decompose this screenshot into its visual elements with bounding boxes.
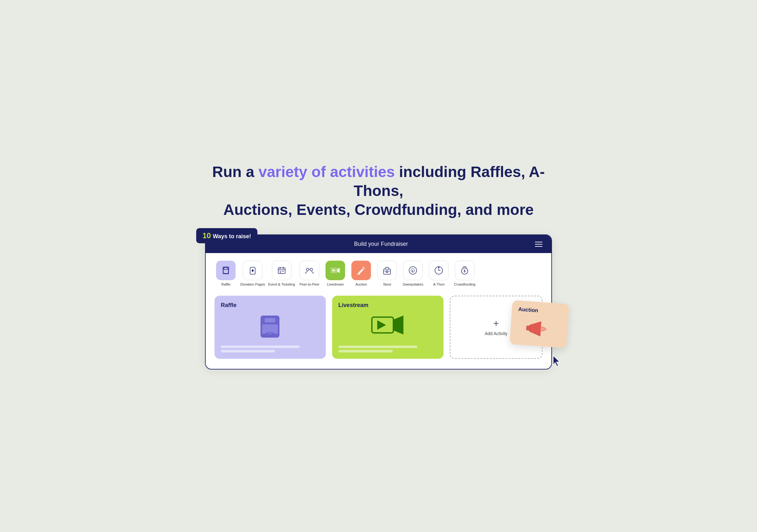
store-icon-box	[377, 261, 397, 280]
livestream-card-title: Livestream	[339, 302, 437, 309]
floating-auction-icon-area	[516, 316, 562, 341]
raffle-card-icon	[256, 312, 284, 341]
svg-rect-14	[383, 269, 390, 274]
svg-point-21	[438, 266, 439, 268]
svg-rect-26	[265, 318, 275, 323]
raffle-icon	[221, 266, 231, 275]
activity-item-sweepstakes[interactable]: $ Sweepstakes	[402, 261, 424, 287]
event-label: Event & Ticketing	[268, 282, 295, 287]
headline-line2: Auctions, Events, Crowdfunding, and more	[223, 201, 534, 218]
headline-highlight: variety of activities	[258, 164, 395, 180]
auction-label: Auction	[355, 282, 367, 287]
cursor-arrow	[552, 355, 561, 368]
activity-item-donation[interactable]: Donation Pages	[240, 261, 265, 287]
svg-marker-29	[377, 320, 386, 330]
floating-auction-title: Auction	[518, 306, 562, 316]
svg-text:$: $	[464, 269, 466, 273]
svg-point-7	[310, 268, 313, 271]
athon-label: A-Thon	[433, 282, 444, 287]
livestream-label: Livestream	[327, 282, 344, 287]
activity-item-auction[interactable]: Auction	[350, 261, 373, 287]
sweepstakes-label: Sweepstakes	[403, 282, 423, 287]
athon-icon-box	[429, 261, 448, 280]
crowdfunding-icon-box: $	[455, 261, 474, 280]
raffle-card[interactable]: Raffle	[215, 296, 326, 359]
cards-area: Raffle	[215, 296, 542, 359]
store-label: Store	[383, 282, 391, 287]
peer-label: Peer-to-Peer	[300, 282, 319, 287]
peer-icon	[304, 266, 315, 275]
raffle-card-lines	[221, 346, 319, 353]
badge-text: Ways to raise!	[213, 233, 251, 239]
headline-section: Run a variety of activities including Ra…	[205, 163, 552, 219]
activity-item-athon[interactable]: A-Thon	[427, 261, 450, 287]
event-icon-box	[272, 261, 291, 280]
raffle-card-icon-area	[221, 312, 319, 341]
svg-rect-2	[224, 268, 227, 269]
donation-icon-box	[243, 261, 262, 280]
activity-item-crowdfunding[interactable]: $ Crowdfunding	[453, 261, 476, 287]
page-container: Run a variety of activities including Ra…	[205, 163, 552, 369]
activity-item-event[interactable]: Event & Ticketing	[268, 261, 295, 287]
hamburger-menu[interactable]	[535, 242, 542, 247]
auction-icon	[356, 266, 366, 275]
donation-icon	[248, 266, 258, 275]
svg-rect-30	[527, 326, 530, 330]
sweepstakes-icon-box: $	[403, 261, 423, 280]
app-header: Build your Fundraiser	[206, 235, 551, 253]
event-icon	[277, 266, 287, 275]
crowdfunding-label: Crowdfunding	[454, 282, 475, 287]
card-line-1	[221, 346, 300, 348]
app-window: 10Ways to raise! Build your Fundraiser	[205, 235, 552, 369]
raffle-label: Raffle	[222, 282, 230, 287]
svg-rect-12	[362, 266, 365, 269]
badge-number: 10	[202, 231, 211, 240]
card-line-4	[339, 350, 393, 353]
add-activity-label: Add Activity	[485, 331, 507, 336]
donation-label: Donation Pages	[240, 282, 265, 287]
card-line-3	[339, 346, 417, 348]
card-line-2	[221, 350, 275, 353]
peer-icon-box	[300, 261, 319, 280]
activity-item-store[interactable]: Store	[376, 261, 398, 287]
app-title: Build your Fundraiser	[227, 241, 535, 247]
ways-to-raise-badge: 10Ways to raise!	[196, 228, 257, 243]
auction-card-icon	[524, 317, 554, 341]
activity-item-livestream[interactable]: Livestream	[324, 261, 347, 287]
livestream-card-icon-area	[339, 312, 437, 341]
activity-icons-row: Raffle Donation Pages	[215, 261, 542, 287]
livestream-card[interactable]: Livestream	[332, 296, 443, 359]
raffle-icon-box	[216, 261, 236, 280]
livestream-icon	[330, 266, 340, 275]
headline-normal: Run a	[212, 164, 258, 180]
livestream-card-lines	[339, 346, 437, 353]
store-icon	[382, 266, 392, 275]
app-body: Raffle Donation Pages	[206, 253, 551, 368]
add-plus-icon: +	[493, 318, 499, 329]
floating-auction-card: Auction	[509, 300, 569, 348]
activity-item-raffle[interactable]: Raffle	[215, 261, 237, 287]
activity-item-peer[interactable]: Peer-to-Peer	[298, 261, 321, 287]
svg-rect-3	[278, 268, 285, 273]
crowdfunding-icon: $	[460, 266, 469, 275]
auction-icon-box	[351, 261, 371, 280]
sweepstakes-icon: $	[408, 266, 418, 275]
livestream-card-icon	[370, 314, 405, 339]
svg-marker-28	[393, 316, 404, 334]
svg-text:$: $	[412, 269, 413, 272]
livestream-icon-box	[325, 261, 345, 280]
headline-text: Run a variety of activities including Ra…	[205, 163, 552, 219]
svg-point-6	[306, 268, 309, 271]
svg-marker-10	[337, 268, 340, 273]
cursor-icon	[552, 355, 561, 367]
athon-icon	[434, 266, 444, 275]
raffle-card-title: Raffle	[221, 302, 319, 309]
